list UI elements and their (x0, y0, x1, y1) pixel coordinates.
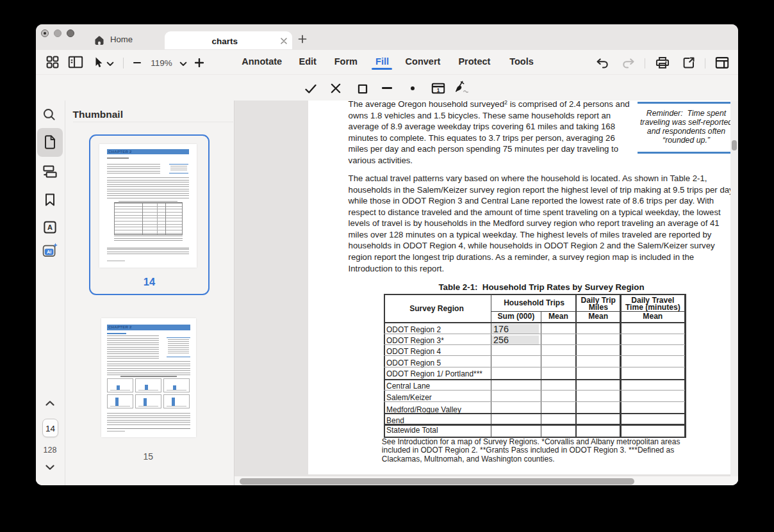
svg-text:1: 1 (436, 88, 440, 93)
svg-text:A: A (47, 224, 53, 232)
svg-text:AI: AI (46, 249, 51, 255)
